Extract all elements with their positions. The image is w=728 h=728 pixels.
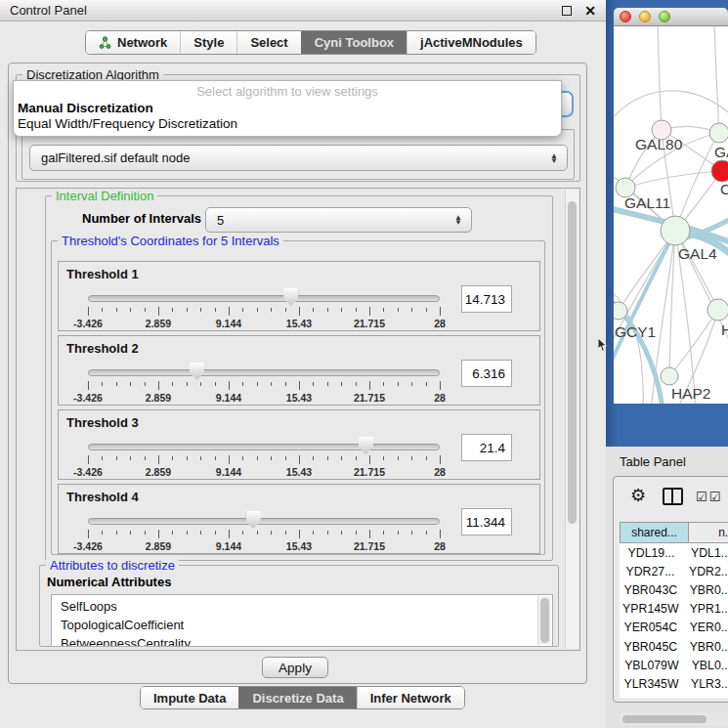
tick-mark (187, 382, 188, 386)
table-row[interactable]: YBR043CYBR0... (620, 580, 728, 599)
tab-jactivemnodules[interactable]: jActiveMNodules (407, 31, 535, 54)
tick-mark (257, 531, 258, 535)
tick-mark (341, 382, 342, 386)
slider-thumb[interactable] (246, 511, 261, 529)
slider-track[interactable] (88, 295, 440, 302)
table-row[interactable]: YER054CYER0... (620, 619, 728, 637)
horizontal-scrollbar[interactable] (621, 713, 728, 725)
vertical-scrollbar[interactable] (565, 190, 578, 649)
tick-mark (187, 456, 188, 460)
column-layout-icon[interactable] (663, 488, 683, 505)
table-row[interactable]: YPR145WYPR1... (620, 600, 728, 619)
top-tab-bar: NetworkStyleSelectCyni ToolboxjActiveMNo… (85, 30, 536, 55)
tick-mark (285, 308, 286, 312)
threshold-slider[interactable] (88, 295, 440, 302)
slider-track[interactable] (88, 444, 440, 450)
threshold-value-field[interactable]: 11.344 (461, 508, 512, 535)
dropdown-hint: Select algorithm to view settings (16, 84, 559, 101)
table-header: shared... n... (620, 522, 728, 543)
gear-icon[interactable]: ⚙ (630, 487, 646, 504)
apply-button[interactable]: Apply (262, 657, 328, 678)
network-node-ga[interactable] (709, 123, 728, 143)
table-cell-name: YER0... (682, 621, 728, 634)
tick-mark (172, 456, 173, 460)
attribute-list-item[interactable]: TopologicalCoefficient (61, 616, 536, 634)
table-row[interactable]: YBL079WYBL0... (620, 656, 728, 674)
table-cell-shared-name: YDR27... (620, 565, 681, 578)
dropdown-option-equal-width-frequency[interactable]: Equal Width/Frequency Discretization (16, 116, 559, 132)
table-row[interactable]: YDR27...YDR2... (620, 562, 728, 580)
tick-mark (313, 531, 314, 535)
attribute-list-item[interactable]: BetweennessCentrality (61, 634, 536, 647)
threshold-value-field[interactable]: 14.713 (461, 285, 512, 313)
network-node-label: GAL4 (678, 245, 717, 262)
column-header-name[interactable]: n... (689, 522, 728, 543)
slider-track[interactable] (88, 369, 440, 376)
tick-mark (130, 456, 131, 460)
tick-mark (271, 382, 272, 386)
tab-select[interactable]: Select (236, 31, 300, 54)
number-of-intervals-combobox[interactable]: 5 ▲▼ (205, 207, 472, 233)
minimize-traffic-light[interactable] (639, 11, 651, 22)
list-scrollbar[interactable] (537, 596, 551, 645)
scrollbar-thumb[interactable] (622, 715, 707, 723)
slider-thumb[interactable] (283, 288, 298, 306)
table-data-combobox[interactable]: galFiltered.sif default node ▲▼ (29, 145, 568, 171)
threshold-slider[interactable] (88, 518, 440, 525)
slider-track[interactable] (88, 518, 440, 525)
dropdown-option-manual-discretization[interactable]: Manual Discretization (16, 101, 559, 116)
tab-impute-data[interactable]: Impute Data (141, 687, 238, 708)
tick-mark (145, 308, 146, 312)
tick-mark (285, 382, 286, 386)
threshold-value-field[interactable]: 21.4 (461, 434, 512, 461)
table-cell-shared-name: YBL079W (620, 659, 684, 672)
tick-mark (299, 455, 300, 464)
tick-mark (299, 381, 300, 390)
scrollbar-thumb[interactable] (568, 201, 577, 524)
scrollbar-thumb[interactable] (540, 598, 549, 643)
network-node-gcy1[interactable] (614, 302, 627, 320)
tick-mark (187, 308, 188, 312)
table-row[interactable]: YIL052CYIL0... (620, 694, 728, 699)
tick-label: 15.43 (286, 318, 312, 329)
tick-mark (398, 531, 399, 535)
tick-mark (341, 308, 342, 312)
tick-mark (383, 456, 384, 460)
tab-style[interactable]: Style (180, 31, 236, 54)
network-canvas[interactable]: GAL80GACGAL11GAL4GCY1HHAP2 (614, 26, 728, 404)
network-node-hap2[interactable] (661, 367, 678, 385)
threshold-slider[interactable] (88, 444, 440, 450)
tab-infer-network[interactable]: Infer Network (357, 687, 464, 708)
column-header-shared[interactable]: shared... (620, 522, 689, 543)
tab-cyni-toolbox[interactable]: Cyni Toolbox (301, 31, 407, 54)
table-row[interactable]: YLR345WYLR3... (620, 674, 728, 693)
close-traffic-light[interactable] (620, 11, 631, 22)
tab-network[interactable]: Network (86, 31, 180, 54)
tick-mark (398, 308, 399, 312)
table-cell-name: YBR0... (682, 583, 728, 597)
table-row[interactable]: YDL19...YDL1... (620, 543, 728, 562)
zoom-traffic-light[interactable] (659, 11, 670, 22)
table-row[interactable]: YBR045CYBR0... (620, 637, 728, 656)
slider-ticks (88, 307, 440, 317)
slider-thumb[interactable] (359, 437, 373, 454)
threshold-slider[interactable] (88, 369, 440, 376)
table-cell-name: YBR0... (682, 640, 728, 654)
threshold-value-field[interactable]: 6.316 (461, 360, 512, 387)
tick-mark (440, 530, 441, 538)
tick-mark (285, 456, 286, 460)
network-node-h[interactable] (707, 299, 728, 321)
tick-label: -3.426 (73, 392, 103, 404)
network-node-c[interactable] (711, 160, 728, 182)
network-node-gal4[interactable] (661, 216, 690, 245)
column-visibility-icons[interactable]: ☑☑ (696, 490, 722, 504)
float-window-icon[interactable] (562, 6, 572, 16)
tick-mark (88, 381, 89, 390)
close-icon[interactable]: ✕ (584, 4, 596, 18)
slider-thumb[interactable] (190, 363, 204, 380)
tick-label: 28 (434, 466, 446, 478)
network-svg: GAL80GACGAL11GAL4GCY1HHAP2 (614, 26, 728, 404)
attribute-list-item[interactable]: SelfLoops (61, 597, 536, 616)
tab-discretize-data[interactable]: Discretize Data (238, 687, 356, 708)
tick-mark (88, 530, 89, 538)
